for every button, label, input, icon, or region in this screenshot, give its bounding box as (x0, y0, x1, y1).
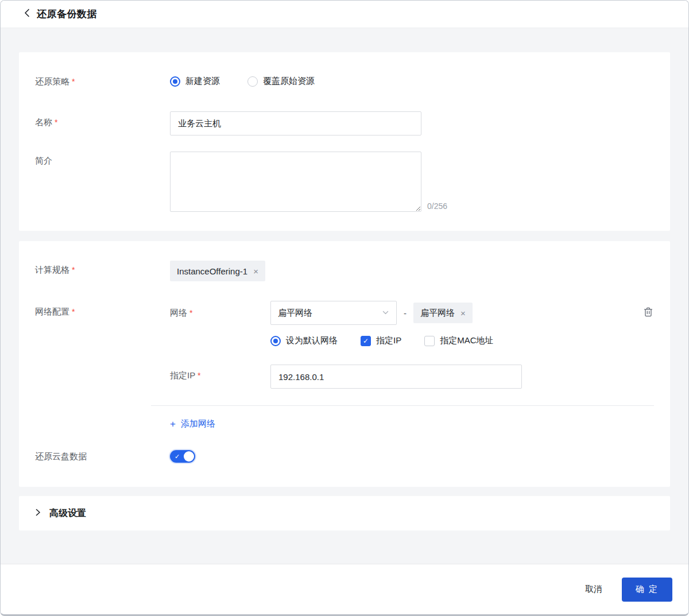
network-divider (151, 405, 654, 406)
delete-network-button[interactable] (644, 307, 653, 319)
check-icon: ✓ (361, 336, 371, 346)
toggle-knob (184, 451, 194, 462)
instance-offering-row: 计算规格 InstanceOffering-1 × (35, 261, 654, 281)
name-label: 名称 (35, 111, 170, 135)
back-button[interactable] (24, 8, 30, 20)
checkbox-empty-icon (424, 336, 435, 346)
network-select[interactable]: 扁平网络 (270, 301, 397, 325)
page-header: 还原备份数据 (1, 1, 688, 28)
network-select-line: 网络 扁平网络 - 扁平网络 × (170, 301, 654, 325)
radio-default-network[interactable]: 设为默认网络 (270, 335, 338, 346)
add-network-button[interactable]: + 添加网络 (170, 419, 215, 429)
trash-icon (644, 307, 653, 319)
assign-ip-label: 指定IP (376, 335, 401, 346)
radio-selected-icon (270, 336, 281, 346)
checkbox-assign-mac[interactable]: 指定MAC地址 (424, 335, 493, 346)
basic-info-card: 还原策略 新建资源 覆盖原始资源 名称 简介 (19, 52, 670, 231)
separator-dash: - (404, 308, 407, 318)
form-body: 还原策略 新建资源 覆盖原始资源 名称 简介 (1, 28, 688, 564)
network-config-row: 网络配置 网络 扁平网络 - 扁平网络 × (35, 301, 654, 429)
description-row: 简介 0/256 (35, 152, 654, 212)
description-label: 简介 (35, 152, 170, 212)
confirm-button[interactable]: 确 定 (622, 578, 672, 602)
restore-strategy-label: 还原策略 (35, 75, 170, 87)
network-config-label: 网络配置 (35, 301, 170, 429)
chevron-down-icon (382, 308, 389, 318)
network-options-row: 设为默认网络 ✓ 指定IP 指定MAC地址 (270, 335, 654, 346)
restore-backup-dialog: 还原备份数据 还原策略 新建资源 覆盖原始资源 名称 (0, 0, 689, 616)
radio-unselected-icon (247, 76, 258, 87)
ip-input[interactable] (270, 365, 522, 389)
close-icon[interactable]: × (460, 308, 466, 318)
add-network-label: 添加网络 (181, 419, 215, 429)
plus-icon: + (170, 419, 176, 429)
network-tag: 扁平网络 × (413, 303, 473, 323)
page-title: 还原备份数据 (37, 7, 97, 21)
chevron-left-icon (24, 8, 30, 20)
restore-strategy-row: 还原策略 新建资源 覆盖原始资源 (35, 75, 654, 87)
restore-volume-row: 还原云盘数据 ✓ (35, 450, 654, 463)
restore-volume-toggle[interactable]: ✓ (170, 450, 195, 463)
ip-label: 指定IP (170, 365, 270, 389)
assign-ip-row: 指定IP (170, 365, 654, 389)
advanced-settings-label: 高级设置 (49, 507, 86, 520)
resource-config-card: 计算规格 InstanceOffering-1 × 网络配置 网络 扁平网络 (19, 241, 670, 487)
radio-selected-icon (170, 76, 180, 87)
name-input[interactable] (170, 111, 421, 135)
char-counter: 0/256 (427, 202, 447, 212)
radio-overwrite-resource[interactable]: 覆盖原始资源 (247, 76, 315, 87)
instance-offering-tag-text: InstanceOffering-1 (177, 266, 247, 276)
name-row: 名称 (35, 111, 654, 135)
description-textarea[interactable] (170, 152, 421, 212)
close-icon[interactable]: × (253, 266, 258, 276)
network-select-value: 扁平网络 (278, 308, 312, 319)
radio-overwrite-resource-label: 覆盖原始资源 (263, 76, 315, 87)
default-network-label: 设为默认网络 (286, 335, 338, 346)
instance-offering-tag: InstanceOffering-1 × (170, 261, 265, 281)
assign-mac-label: 指定MAC地址 (440, 335, 493, 346)
chevron-right-icon (35, 508, 41, 519)
network-label: 网络 (170, 308, 270, 319)
radio-new-resource-label: 新建资源 (185, 76, 220, 87)
advanced-settings-toggle[interactable]: 高级设置 (19, 496, 670, 530)
check-icon: ✓ (175, 452, 180, 460)
dialog-footer: 取消 确 定 (1, 564, 688, 614)
instance-offering-label: 计算规格 (35, 261, 170, 281)
network-tag-text: 扁平网络 (420, 308, 455, 319)
checkbox-assign-ip[interactable]: ✓ 指定IP (361, 335, 401, 346)
restore-volume-label: 还原云盘数据 (35, 450, 170, 463)
cancel-button[interactable]: 取消 (583, 579, 605, 599)
radio-new-resource[interactable]: 新建资源 (170, 76, 220, 87)
